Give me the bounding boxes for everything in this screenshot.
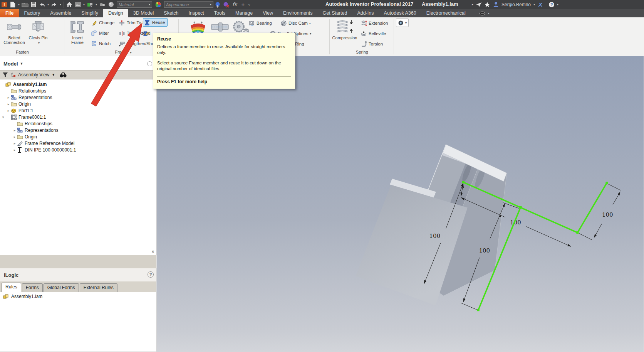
find-binoculars-icon[interactable] xyxy=(60,72,67,77)
clevis-pin-button[interactable]: Clevis Pin ▾ xyxy=(27,19,49,49)
tree-row-representations2[interactable]: ▸ Representations xyxy=(12,127,58,133)
tab-get-started[interactable]: Get Started xyxy=(318,9,352,17)
ilogic-tab-forms[interactable]: Forms xyxy=(22,283,43,292)
bearing-button[interactable]: Bearing xyxy=(248,19,272,27)
ribbon-options-caret[interactable]: ▾ xyxy=(487,12,491,15)
tree-row-relationships[interactable]: Relationships xyxy=(6,88,46,94)
extension-button[interactable]: Extension xyxy=(361,19,388,27)
expander-icon[interactable]: ▸ xyxy=(6,109,11,113)
disc-cam-button[interactable]: Disc Cam ▾ xyxy=(280,19,311,27)
tab-design[interactable]: Design xyxy=(103,9,128,17)
tree-row-relationships2[interactable]: Relationships xyxy=(12,120,52,127)
tree-row-representations[interactable]: ▸ Representations xyxy=(6,94,52,101)
compression-button[interactable]: Compression xyxy=(330,19,359,49)
help-icon[interactable]: ? xyxy=(547,1,556,8)
ilogic-header[interactable]: iLogic xyxy=(0,268,156,281)
tab-view[interactable]: View xyxy=(258,9,278,17)
home-icon[interactable] xyxy=(65,1,74,8)
tree-row-assembly[interactable]: Assembly1.iam xyxy=(1,81,47,88)
redo-caret[interactable]: ▾ xyxy=(59,3,62,6)
material-combobox[interactable]: Material ▾ xyxy=(117,1,152,8)
tab-assemble[interactable]: Assemble xyxy=(45,9,76,17)
tree-label[interactable]: Representations xyxy=(18,95,52,100)
tab-autodesk-a360[interactable]: Autodesk A360 xyxy=(379,9,421,17)
user-menu-caret[interactable]: ▾ xyxy=(532,3,536,6)
favorites-star-icon[interactable] xyxy=(483,1,491,8)
tree-label[interactable]: Origin xyxy=(18,101,31,107)
tree-label[interactable]: Relationships xyxy=(18,88,46,94)
viewport-3d[interactable]: 100 100 100 100 xyxy=(156,56,644,352)
qat-customize-caret[interactable]: ▿ xyxy=(247,3,251,7)
browser-header[interactable]: Model ▼ xyxy=(0,58,156,69)
ilogic-help-icon[interactable]: ? xyxy=(148,271,154,278)
expand-right-icon[interactable]: ▸ xyxy=(471,3,475,6)
render-image-icon[interactable] xyxy=(74,1,82,8)
expander-icon[interactable]: ▸ xyxy=(6,102,11,106)
appearance-override-caret[interactable]: ▾ xyxy=(405,21,407,25)
tab-simplify[interactable]: Simplify xyxy=(76,9,103,17)
undo-icon[interactable] xyxy=(38,1,46,8)
browser-options-icon[interactable] xyxy=(147,61,152,66)
open-icon[interactable] xyxy=(21,1,29,8)
view-selector-caret[interactable]: ▼ xyxy=(52,73,55,77)
tab-inspect[interactable]: Inspect xyxy=(184,9,209,17)
help-caret[interactable]: ▾ xyxy=(556,3,560,6)
panel-label-frame[interactable]: Frame ▾ xyxy=(104,50,143,55)
tab-electromechanical[interactable]: Electromechanical xyxy=(421,9,471,17)
select-caret[interactable]: ▾ xyxy=(94,3,98,6)
material-ball-icon[interactable] xyxy=(107,1,115,8)
reuse-button[interactable]: Reuse xyxy=(143,18,168,27)
clear-appearance-icon[interactable] xyxy=(222,1,230,8)
measure-plus-icon[interactable]: + xyxy=(239,1,247,8)
tree-label[interactable]: Part1:1 xyxy=(18,108,34,113)
ilogic-tab-external-rules[interactable]: External Rules xyxy=(80,283,117,292)
tab-manage[interactable]: Manage xyxy=(230,9,258,17)
spheres-icon[interactable] xyxy=(98,1,107,8)
expander-icon[interactable]: ▸ xyxy=(6,96,11,99)
new-file-icon[interactable] xyxy=(8,1,17,8)
tab-3d-model[interactable]: 3D Model xyxy=(128,9,159,17)
tree-label[interactable]: Frame Reference Model xyxy=(25,141,74,146)
undo-caret[interactable]: ▾ xyxy=(46,3,50,6)
tree-label[interactable]: DIN IPE 100 00000001:1 xyxy=(25,147,76,153)
belleville-button[interactable]: Belleville xyxy=(361,29,386,38)
material-combo-caret[interactable]: ▾ xyxy=(149,3,150,6)
parallel-splines-caret[interactable]: ▾ xyxy=(310,32,311,35)
filter-icon[interactable] xyxy=(2,72,8,77)
tree-label[interactable]: Representations xyxy=(25,128,58,133)
browser-header-caret[interactable]: ▼ xyxy=(20,62,23,66)
adjust-appearance-icon[interactable] xyxy=(213,1,222,8)
parameters-fx-icon[interactable]: fx xyxy=(230,1,239,8)
view-selector-label[interactable]: Assembly View xyxy=(18,72,49,77)
tab-environments[interactable]: Environments xyxy=(278,9,317,17)
expander-icon[interactable]: ▸ xyxy=(12,148,17,152)
expander-icon[interactable]: ▾ xyxy=(1,115,5,119)
notch-button[interactable]: Notch xyxy=(91,39,111,48)
insert-frame-button[interactable]: Insert Frame xyxy=(66,19,89,49)
disc-cam-caret[interactable]: ▾ xyxy=(309,22,311,25)
send-feedback-icon[interactable] xyxy=(475,1,483,8)
color-wheel-icon[interactable] xyxy=(154,1,163,8)
component-select-icon[interactable] xyxy=(86,1,94,8)
redo-icon[interactable] xyxy=(50,1,59,8)
tree-label[interactable]: Relationships xyxy=(25,121,52,126)
ilogic-tab-global-forms[interactable]: Global Forms xyxy=(44,283,79,292)
panel-label-fasten[interactable]: Fasten xyxy=(3,50,42,55)
panel-label-spring[interactable]: Spring xyxy=(343,50,381,55)
tab-add-ins[interactable]: Add-Ins xyxy=(352,9,379,17)
tree-row-origin2[interactable]: ▸ Origin xyxy=(12,133,37,140)
change-button[interactable]: Change xyxy=(91,19,114,27)
clevis-pin-caret[interactable]: ▾ xyxy=(38,41,40,45)
save-icon[interactable] xyxy=(29,1,38,8)
ilogic-item-label[interactable]: Assembly1.iam xyxy=(11,294,42,299)
tab-factory[interactable]: Factory xyxy=(19,9,45,17)
tree-row-part1[interactable]: ▸ Part1:1 xyxy=(6,107,34,114)
close-icon[interactable]: × xyxy=(150,249,156,254)
tree-row-frame-reference-model[interactable]: ▸ Frame Reference Model xyxy=(12,140,74,147)
exchange-apps-icon[interactable]: X xyxy=(536,1,545,8)
bolted-connection-button[interactable]: Bolted Connection xyxy=(2,19,26,49)
expander-icon[interactable]: ▸ xyxy=(12,128,17,132)
user-avatar-icon[interactable] xyxy=(491,1,500,8)
tab-sketch[interactable]: Sketch xyxy=(159,9,183,17)
signed-in-user[interactable]: Sergio.Bertino xyxy=(501,2,531,7)
